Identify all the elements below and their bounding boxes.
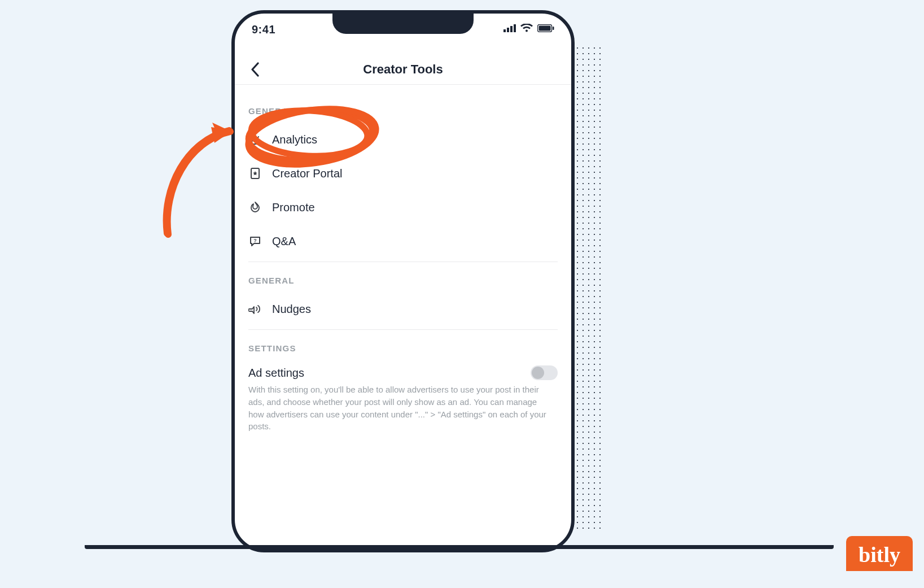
phone-dot-shadow [575,45,602,531]
nudge-icon [248,302,262,316]
status-bar: 9:41 [235,14,571,45]
divider [248,262,558,262]
chevron-left-icon [250,62,260,77]
divider [248,329,558,330]
svg-rect-6 [553,27,554,30]
page-title: Creator Tools [363,62,443,77]
section-header-general-1: GENERAL [248,106,558,116]
cellular-icon [503,24,516,34]
svg-rect-5 [539,26,551,31]
setting-row-ad-settings: Ad settings [248,360,558,384]
content-area: GENERAL Analytics Creator Portal Promote [235,86,571,549]
menu-item-label: Creator Portal [272,167,343,180]
back-button[interactable] [246,60,264,79]
qa-icon: ? [248,234,262,248]
svg-rect-3 [514,24,516,32]
ground-line [85,543,834,549]
menu-item-qa[interactable]: ? Q&A [248,224,558,258]
portal-icon [248,167,262,180]
menu-item-creator-portal[interactable]: Creator Portal [248,156,558,190]
setting-title: Ad settings [248,367,304,380]
phone-frame: 9:41 Creator Tools GENERAL [231,10,575,552]
menu-item-analytics[interactable]: Analytics [248,123,558,156]
wifi-icon [520,24,533,35]
status-time: 9:41 [252,23,275,36]
menu-item-label: Nudges [272,303,311,316]
battery-icon [537,24,554,34]
analytics-icon [248,133,262,146]
svg-rect-1 [507,28,509,32]
svg-text:?: ? [253,238,257,243]
toggle-knob [532,367,544,379]
annotation-arrow [157,116,242,240]
menu-item-nudges[interactable]: Nudges [248,292,558,326]
menu-item-label: Promote [272,201,315,214]
menu-item-promote[interactable]: Promote [248,190,558,224]
svg-rect-0 [503,29,506,32]
setting-description: With this setting on, you'll be able to … [248,384,558,433]
ad-settings-toggle[interactable] [531,365,558,380]
page-header: Creator Tools [235,54,571,85]
menu-item-label: Analytics [272,133,317,146]
fire-icon [248,201,262,214]
svg-rect-2 [510,26,513,32]
bitly-badge: bitly [846,536,913,571]
section-header-settings: SETTINGS [248,343,558,353]
section-header-general-2: GENERAL [248,276,558,285]
menu-item-label: Q&A [272,235,296,248]
